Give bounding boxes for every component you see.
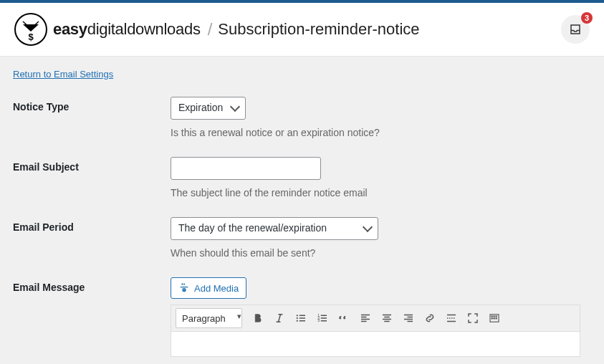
notification-badge: 3: [581, 12, 593, 24]
italic-button[interactable]: [269, 308, 289, 328]
link-button[interactable]: [420, 308, 440, 328]
align-center-icon: [380, 312, 393, 325]
align-right-icon: [402, 312, 415, 325]
email-subject-label: Email Subject: [13, 157, 171, 173]
inbox-icon: [569, 23, 582, 36]
bullet-list-button[interactable]: [291, 308, 311, 328]
quote-icon: [337, 312, 350, 325]
toolbar-toggle-icon: [488, 312, 501, 325]
page-title: Subscription-reminder-notice: [218, 20, 419, 39]
align-left-button[interactable]: [355, 308, 375, 328]
fullscreen-button[interactable]: [463, 308, 483, 328]
editor-content[interactable]: [171, 332, 580, 356]
italic-icon: [273, 312, 286, 325]
email-period-helper: When should this email be sent?: [171, 247, 591, 259]
toolbar-toggle-button[interactable]: [484, 308, 504, 328]
svg-point-3: [297, 315, 298, 316]
email-message-label: Email Message: [13, 277, 171, 293]
read-more-icon: [445, 312, 458, 325]
notifications-button[interactable]: 3: [561, 15, 590, 44]
svg-rect-13: [492, 317, 493, 319]
link-icon: [423, 312, 436, 325]
media-icon: [178, 282, 190, 294]
svg-point-5: [297, 320, 298, 322]
wysiwyg-editor: Paragraph 123: [171, 305, 580, 357]
email-period-label: Email Period: [13, 217, 171, 233]
bold-button[interactable]: [248, 308, 268, 328]
numbered-list-button[interactable]: 123: [312, 308, 332, 328]
return-link[interactable]: Return to Email Settings: [13, 69, 113, 80]
edd-logo-icon: $: [14, 13, 47, 46]
numbered-list-icon: 123: [316, 312, 329, 325]
logo-text: easydigitaldownloads: [53, 20, 201, 39]
bold-icon: [251, 312, 264, 325]
align-center-button[interactable]: [377, 308, 397, 328]
fullscreen-icon: [466, 312, 479, 325]
svg-rect-10: [492, 315, 493, 317]
email-subject-input[interactable]: [171, 157, 321, 180]
logo: $ easydigitaldownloads: [14, 13, 201, 46]
blockquote-button[interactable]: [334, 308, 354, 328]
add-media-button[interactable]: Add Media: [171, 277, 246, 299]
svg-point-4: [297, 317, 298, 319]
align-right-button[interactable]: [398, 308, 418, 328]
format-select[interactable]: Paragraph: [176, 308, 242, 328]
notice-type-label: Notice Type: [13, 97, 171, 112]
svg-text:$: $: [28, 32, 34, 42]
bullet-list-icon: [294, 312, 307, 325]
breadcrumb-separator: /: [208, 19, 213, 39]
svg-rect-14: [494, 317, 495, 319]
read-more-button[interactable]: [441, 308, 461, 328]
editor-toolbar: Paragraph 123: [171, 305, 580, 332]
notice-type-helper: Is this a renewal notice or an expiratio…: [171, 127, 591, 138]
notice-type-select[interactable]: Expiration: [171, 97, 246, 120]
svg-text:3: 3: [317, 318, 320, 322]
svg-rect-15: [496, 317, 497, 319]
svg-rect-11: [494, 315, 495, 317]
page-header: $ easydigitaldownloads / Subscription-re…: [0, 3, 604, 57]
email-subject-helper: The subject line of the reminder notice …: [171, 187, 591, 198]
email-period-select[interactable]: The day of the renewal/expiration: [171, 217, 378, 240]
align-left-icon: [359, 312, 372, 325]
svg-rect-12: [496, 315, 497, 317]
